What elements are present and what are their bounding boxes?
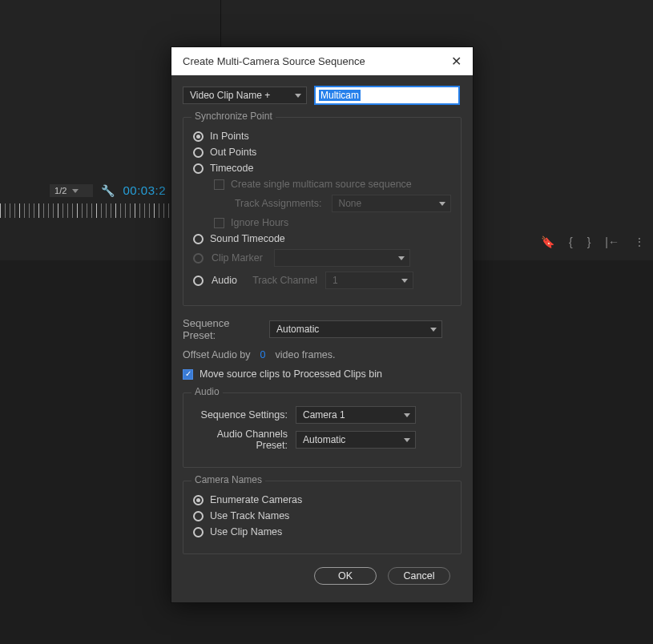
audio-channels-preset-value: Automatic bbox=[303, 434, 345, 445]
sequence-settings-row: Sequence Settings: Camera 1 bbox=[193, 406, 451, 424]
sequence-settings-label: Sequence Settings: bbox=[193, 409, 288, 421]
track-channel-value: 1 bbox=[333, 275, 338, 286]
enumerate-cameras-option[interactable]: Enumerate Cameras bbox=[193, 494, 451, 505]
marker-toolbar: 🔖 { } |← ⋮ bbox=[541, 235, 645, 248]
zoom-value: 1/2 bbox=[54, 186, 67, 195]
create-single-label: Create single multicam source sequence bbox=[231, 179, 412, 190]
offset-audio-value[interactable]: 0 bbox=[260, 349, 266, 360]
sync-audio-label: Audio bbox=[212, 275, 244, 286]
ignore-hours-option: Ignore Hours bbox=[214, 217, 451, 228]
track-assignments-row: Track Assignments: None bbox=[214, 195, 451, 212]
radio-icon bbox=[193, 527, 204, 537]
sync-clip-marker-option: Clip Marker bbox=[193, 249, 451, 267]
audio-channels-preset-label: Audio Channels Preset: bbox=[193, 429, 288, 451]
audio-legend: Audio bbox=[191, 386, 223, 397]
radio-icon bbox=[193, 131, 204, 142]
audio-channels-preset-row: Audio Channels Preset: Automatic bbox=[193, 429, 451, 451]
timecode-display: 00:03:2 bbox=[123, 183, 166, 197]
sync-in-points-label: In Points bbox=[210, 131, 249, 142]
sequence-preset-value: Automatic bbox=[276, 324, 319, 335]
offset-audio-row: Offset Audio by 0 video frames. bbox=[183, 349, 462, 360]
brace-close-icon[interactable]: } bbox=[587, 235, 591, 248]
checkbox-icon bbox=[183, 369, 193, 380]
sequence-name-value: Multicam bbox=[319, 90, 361, 101]
chevron-down-icon bbox=[404, 413, 410, 417]
sync-point-legend: Synchronize Point bbox=[191, 111, 276, 122]
use-track-names-option[interactable]: Use Track Names bbox=[193, 510, 451, 521]
sync-clip-marker-label: Clip Marker bbox=[212, 252, 266, 264]
brace-open-icon[interactable]: { bbox=[569, 235, 573, 248]
chevron-down-icon bbox=[430, 328, 437, 332]
ignore-hours-label: Ignore Hours bbox=[231, 217, 288, 228]
radio-icon bbox=[193, 253, 204, 264]
move-clips-option[interactable]: Move source clips to Processed Clips bin bbox=[183, 368, 462, 380]
radio-icon bbox=[193, 234, 204, 244]
naming-row: Video Clip Name + Multicam bbox=[183, 87, 462, 104]
chevron-down-icon bbox=[401, 279, 408, 283]
track-channel-select: 1 bbox=[325, 272, 413, 289]
create-multicam-dialog: Create Multi-Camera Source Sequence ✕ Vi… bbox=[171, 46, 474, 603]
dialog-button-bar: OK Cancel bbox=[183, 562, 462, 588]
chevron-down-icon bbox=[439, 202, 445, 206]
create-single-option: Create single multicam source sequence bbox=[214, 179, 451, 190]
sync-timecode-label: Timecode bbox=[210, 163, 253, 174]
sequence-preset-row: Sequence Preset: Automatic bbox=[183, 317, 462, 341]
radio-icon bbox=[193, 147, 204, 158]
step-back-icon[interactable]: |← bbox=[605, 235, 619, 248]
bookmark-icon[interactable]: 🔖 bbox=[541, 235, 554, 248]
enumerate-cameras-label: Enumerate Cameras bbox=[210, 494, 302, 505]
radio-icon bbox=[193, 276, 204, 286]
chevron-down-icon bbox=[295, 94, 301, 98]
sync-timecode-option[interactable]: Timecode bbox=[193, 163, 451, 174]
divider-icon: ⋮ bbox=[634, 235, 645, 248]
naming-mode-select[interactable]: Video Clip Name + bbox=[183, 87, 307, 104]
track-assignments-select: None bbox=[332, 195, 452, 212]
radio-icon bbox=[193, 511, 204, 521]
offset-suffix: video frames. bbox=[276, 349, 336, 360]
track-assignments-label: Track Assignments: bbox=[234, 198, 322, 209]
chevron-down-icon bbox=[404, 438, 410, 442]
sequence-name-input[interactable]: Multicam bbox=[315, 87, 459, 104]
sync-in-points-option[interactable]: In Points bbox=[193, 131, 451, 142]
sync-audio-option[interactable]: Audio Track Channel 1 bbox=[193, 272, 451, 289]
sequence-settings-value: Camera 1 bbox=[303, 409, 345, 421]
checkbox-icon bbox=[214, 218, 224, 228]
audio-channels-preset-select[interactable]: Automatic bbox=[296, 431, 416, 449]
radio-icon bbox=[193, 495, 204, 505]
move-clips-label: Move source clips to Processed Clips bin bbox=[200, 368, 382, 380]
use-clip-names-label: Use Clip Names bbox=[210, 526, 282, 537]
chevron-down-icon bbox=[398, 256, 405, 260]
ok-button[interactable]: OK bbox=[314, 567, 377, 585]
wrench-icon[interactable]: 🔧 bbox=[101, 184, 115, 197]
sync-sound-tc-option[interactable]: Sound Timecode bbox=[193, 233, 451, 244]
camera-names-legend: Camera Names bbox=[191, 474, 265, 485]
radio-icon bbox=[193, 163, 204, 174]
clip-marker-select bbox=[274, 249, 410, 267]
sync-sound-tc-label: Sound Timecode bbox=[210, 233, 285, 244]
sequence-preset-select[interactable]: Automatic bbox=[269, 320, 442, 338]
sync-out-points-option[interactable]: Out Points bbox=[193, 147, 451, 158]
use-clip-names-option[interactable]: Use Clip Names bbox=[193, 526, 451, 537]
chevron-down-icon bbox=[72, 189, 79, 193]
dialog-titlebar: Create Multi-Camera Source Sequence ✕ bbox=[171, 47, 473, 75]
zoom-select[interactable]: 1/2 bbox=[50, 184, 93, 197]
checkbox-icon bbox=[214, 179, 224, 190]
cancel-button[interactable]: Cancel bbox=[388, 567, 450, 585]
naming-mode-value: Video Clip Name + bbox=[190, 90, 270, 101]
track-channel-label: Track Channel bbox=[252, 275, 317, 286]
sequence-preset-label: Sequence Preset: bbox=[183, 317, 261, 341]
sync-point-fieldset: Synchronize Point In Points Out Points T… bbox=[183, 117, 462, 306]
sync-out-points-label: Out Points bbox=[210, 147, 256, 158]
use-track-names-label: Use Track Names bbox=[210, 510, 289, 521]
dialog-title: Create Multi-Camera Source Sequence bbox=[183, 55, 365, 67]
timeline-ruler[interactable] bbox=[0, 203, 171, 218]
offset-prefix: Offset Audio by bbox=[183, 349, 251, 360]
track-assignments-value: None bbox=[339, 198, 362, 209]
audio-fieldset: Audio Sequence Settings: Camera 1 Audio … bbox=[183, 392, 462, 468]
monitor-controls: 1/2 🔧 00:03:2 bbox=[0, 180, 171, 200]
close-button[interactable]: ✕ bbox=[448, 52, 465, 70]
sequence-settings-select[interactable]: Camera 1 bbox=[296, 406, 416, 424]
camera-names-fieldset: Camera Names Enumerate Cameras Use Track… bbox=[183, 481, 462, 554]
